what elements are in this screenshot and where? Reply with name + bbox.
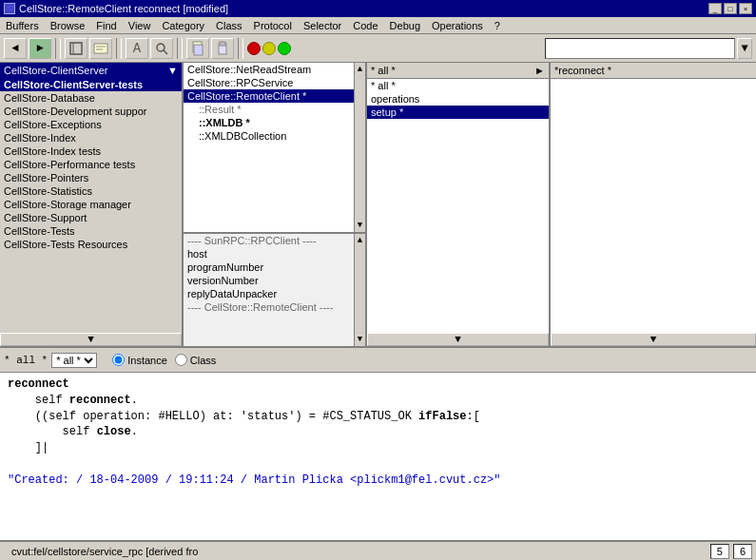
list-item-performance-tests[interactable]: CellStore-Performance tests (0, 158, 182, 171)
middle-item-result[interactable]: ::Result * (184, 103, 354, 116)
middle-lower-programnumber[interactable]: programNumber (184, 261, 354, 274)
menu-selector[interactable]: Selector (298, 17, 347, 33)
class-radio-label[interactable]: Class (175, 354, 217, 366)
menu-find[interactable]: Find (90, 17, 122, 33)
middle-lower-host[interactable]: host (184, 247, 354, 261)
toolbar-btn-4[interactable] (150, 38, 173, 59)
code-line-blank (8, 456, 748, 473)
toolbar-btn-copy[interactable] (186, 38, 209, 59)
middle-scroll-down[interactable]: ▼ (358, 221, 362, 230)
menu-browse[interactable]: Browse (45, 17, 91, 33)
list-item-tests[interactable]: CellStore-Tests (0, 224, 182, 238)
code-method-name: reconnect (8, 377, 748, 393)
menu-debug[interactable]: Debug (384, 17, 426, 33)
toolbar-btn-2[interactable] (89, 38, 112, 59)
code-comment: "Created: / 18-04-2009 / 19:11:24 / Mart… (8, 473, 748, 489)
menu-buffers[interactable]: Buffers (0, 17, 45, 33)
forward-button[interactable]: ► (29, 38, 51, 59)
panel-reconnect: *reconnect * ▼ (551, 63, 756, 346)
middle-lower-scroll-up[interactable]: ▲ (358, 236, 362, 245)
right-panels: * all * ► * all * operations setup * ▼ *… (367, 63, 756, 346)
middle-lower-scroll-down[interactable]: ▼ (358, 335, 362, 344)
left-panel: CellStore-ClientServer ▼ CellStore-Clien… (0, 63, 184, 346)
panel-reconnect-scrollbar[interactable]: ▼ (551, 333, 756, 346)
list-item-tests-resources[interactable]: CellStore-Tests Resources (0, 238, 182, 251)
list-item-exceptions[interactable]: CellStore-Exceptions (0, 118, 182, 131)
traffic-lights (247, 42, 291, 55)
all-label: * all * (4, 355, 48, 366)
middle-item-netreadstream[interactable]: CellStore::NetReadStream (184, 63, 354, 76)
list-item-statistics[interactable]: CellStore-Statistics (0, 184, 182, 198)
list-item-storage[interactable]: CellStore-Storage manager (0, 198, 182, 211)
status-col2: 6 (733, 544, 752, 559)
minimize-button[interactable]: _ (708, 3, 722, 14)
menu-help[interactable]: ? (489, 17, 506, 33)
instance-class-toggle: Instance Class (112, 354, 216, 366)
svg-rect-8 (194, 45, 203, 55)
class-radio[interactable] (175, 354, 187, 366)
code-line-2: ((self operation: #HELLO) at: 'status') … (8, 409, 748, 425)
panel-all-item-all[interactable]: * all * (367, 79, 549, 92)
code-line-1: self reconnect. (8, 393, 748, 409)
back-button[interactable]: ◄ (4, 38, 27, 59)
panel-all-item-setup[interactable]: setup * (367, 106, 549, 119)
all-selector: * all * * all * (4, 353, 97, 368)
all-dropdown[interactable]: * all * (51, 353, 97, 368)
upper-area: CellStore-ClientServer ▼ CellStore-Clien… (0, 63, 756, 348)
middle-lower-replyunpacker[interactable]: replyDataUnpacker (184, 287, 354, 300)
code-area[interactable]: reconnect self reconnect. ((self operati… (0, 373, 756, 541)
menu-protocol[interactable]: Protocol (248, 17, 298, 33)
panel-all-item-operations[interactable]: operations (367, 92, 549, 106)
list-item-pointers[interactable]: CellStore-Pointers (0, 171, 182, 184)
panel-all-scrollbar[interactable]: ▼ (367, 333, 549, 346)
middle-scroll-up[interactable]: ▲ (358, 65, 362, 74)
middle-item-rpcservice[interactable]: CellStore::RPCService (184, 76, 354, 89)
middle-lower-header: ---- SunRPC::RPCClient ---- (184, 234, 354, 247)
app-icon (4, 3, 15, 14)
class-label: Class (190, 355, 217, 366)
middle-item-remoteclient[interactable]: CellStore::RemoteClient * (184, 89, 354, 103)
toolbar-sep-4 (238, 38, 243, 59)
left-panel-header: CellStore-ClientServer ▼ (0, 63, 182, 78)
menu-view[interactable]: View (123, 17, 157, 33)
list-item-index-tests[interactable]: CellStore-Index tests (0, 145, 182, 158)
toolbar: ◄ ► A ▼ (0, 34, 756, 63)
panel-all-scroll-right[interactable]: ► (534, 65, 545, 76)
toolbar-sep-2 (116, 38, 122, 59)
middle-item-xmldb[interactable]: ::XMLDB * (184, 116, 354, 129)
panel-reconnect-content (551, 79, 756, 333)
tl-red (247, 42, 261, 55)
search-input[interactable] (545, 38, 735, 59)
maximize-button[interactable]: □ (724, 3, 737, 14)
instance-radio-label[interactable]: Instance (112, 354, 167, 366)
toolbar-btn-paste[interactable] (211, 38, 234, 59)
list-item-database[interactable]: CellStore-Database (0, 91, 182, 105)
title-buttons: _ □ × (708, 3, 752, 14)
toolbar-btn-1[interactable] (65, 38, 87, 59)
status-col1: 5 (710, 544, 729, 559)
toolbar-sep-3 (177, 38, 183, 59)
middle-lower-list: ---- SunRPC::RPCClient ---- host program… (184, 234, 365, 346)
menu-operations[interactable]: Operations (426, 17, 489, 33)
menu-class[interactable]: Class (210, 17, 248, 33)
list-item-support[interactable]: CellStore-Support (0, 211, 182, 224)
main-area: CellStore-ClientServer ▼ CellStore-Clien… (0, 63, 756, 541)
list-item-index[interactable]: CellStore-Index (0, 131, 182, 145)
middle-item-xmldbcollection[interactable]: ::XMLDBCollection (184, 129, 354, 143)
toolbar-btn-3[interactable]: A (126, 38, 148, 59)
search-dropdown-btn[interactable]: ▼ (737, 38, 752, 59)
instance-radio[interactable] (112, 354, 125, 366)
menu-code[interactable]: Code (347, 17, 383, 33)
menu-category[interactable]: Category (156, 17, 210, 33)
panel-all: * all * ► * all * operations setup * ▼ (367, 63, 551, 346)
middle-panel: CellStore::NetReadStream CellStore::RPCS… (184, 63, 367, 346)
left-panel-scrollbar[interactable]: ▼ (0, 333, 182, 346)
list-item-development[interactable]: CellStore-Development suppor (0, 105, 182, 118)
panel-all-header: * all * ► (367, 63, 549, 79)
left-panel-scroll-down[interactable]: ▼ (167, 65, 178, 76)
menu-bar: Buffers Browse Find View Category Class … (0, 17, 756, 34)
tl-yellow (262, 42, 276, 55)
middle-lower-versionnumber[interactable]: versionNumber (184, 274, 354, 287)
close-button[interactable]: × (739, 3, 752, 14)
list-item-clientserver-tests[interactable]: CellStore-ClientServer-tests (0, 78, 182, 91)
